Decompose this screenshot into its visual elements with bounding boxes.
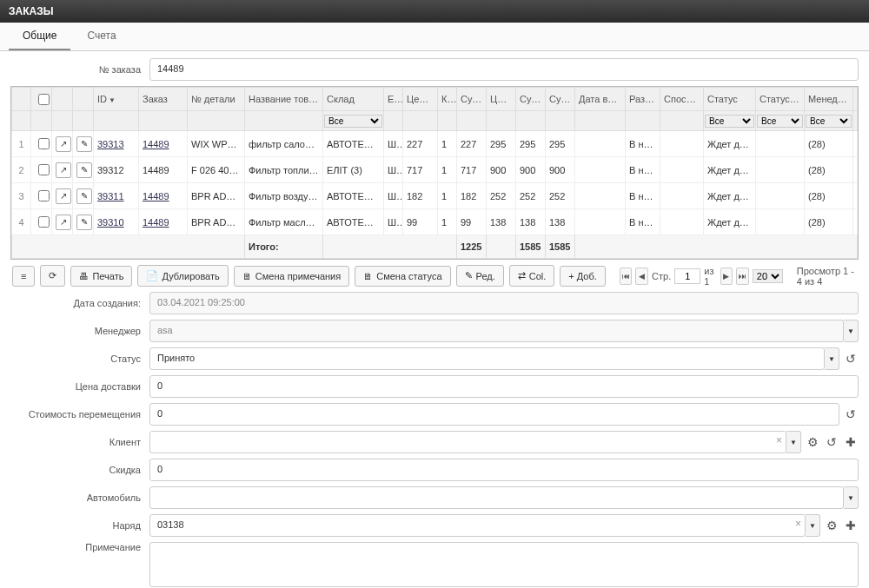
gear-icon[interactable]: ⚙ bbox=[824, 518, 839, 533]
undo-icon[interactable]: ↺ bbox=[843, 406, 859, 422]
col-id[interactable]: ID▼ bbox=[94, 88, 139, 111]
pencil-icon[interactable]: ✎ bbox=[76, 136, 92, 152]
col-pricebuy[interactable]: Цена зак bbox=[403, 88, 438, 111]
open-icon[interactable]: ↗ bbox=[56, 162, 71, 178]
select-all-checkbox[interactable] bbox=[38, 94, 50, 105]
col-name[interactable]: Название товара bbox=[245, 88, 323, 111]
col-findstatus[interactable]: Статус нахож bbox=[756, 88, 805, 111]
id-link[interactable]: 39311 bbox=[97, 191, 124, 202]
order-link[interactable]: 14489 bbox=[143, 139, 169, 149]
chevron-down-icon[interactable]: ▼ bbox=[825, 347, 839, 370]
filter-stock[interactable]: Все bbox=[324, 115, 382, 128]
open-icon[interactable]: ↗ bbox=[56, 188, 71, 204]
last-page-icon[interactable]: ⏭ bbox=[736, 268, 749, 285]
col-sum1[interactable]: Сумм bbox=[457, 88, 487, 111]
discount-input[interactable]: 0 bbox=[149, 459, 859, 481]
cell-pricebuy: 99 bbox=[403, 209, 438, 235]
row-checkbox[interactable] bbox=[38, 190, 50, 202]
col-sum2[interactable]: Сумм bbox=[516, 88, 546, 111]
row-checkbox[interactable] bbox=[38, 164, 50, 175]
col-price[interactable]: Цена bbox=[487, 88, 516, 111]
page-input[interactable] bbox=[674, 268, 700, 284]
table-row[interactable]: 1↗✎3931314489WIX WP2037фильтр салона уго… bbox=[12, 131, 858, 157]
chevron-down-icon[interactable]: ▼ bbox=[844, 320, 859, 342]
tab-general[interactable]: Общие bbox=[9, 23, 70, 50]
pencil-icon[interactable]: ✎ bbox=[76, 215, 92, 230]
col-status[interactable]: Статус bbox=[704, 88, 756, 111]
edit-button[interactable]: ✎ Ред. bbox=[456, 265, 504, 287]
add-button[interactable]: + Доб. bbox=[560, 266, 606, 287]
naryad-input[interactable]: 03138 bbox=[149, 514, 806, 537]
gear-icon[interactable]: ⚙ bbox=[805, 434, 820, 450]
per-page-select[interactable]: 20 bbox=[753, 269, 783, 283]
plus-icon[interactable]: ✚ bbox=[843, 518, 859, 533]
order-link[interactable]: 14489 bbox=[143, 191, 169, 202]
cell-qty: 1 bbox=[438, 157, 457, 183]
order-no-input[interactable]: 14489 bbox=[149, 58, 859, 81]
next-page-icon[interactable]: ▶ bbox=[720, 268, 733, 285]
undo-icon[interactable]: ↺ bbox=[824, 434, 839, 450]
chevron-down-icon[interactable]: ▼ bbox=[844, 486, 859, 509]
col-date[interactable]: Дата выполне bbox=[575, 88, 626, 111]
id-link[interactable]: 39313 bbox=[97, 139, 124, 149]
col-ship[interactable]: Способ пог bbox=[660, 88, 704, 111]
order-link[interactable]: 14489 bbox=[143, 217, 169, 228]
col-qty[interactable]: Кол bbox=[438, 88, 457, 111]
col-unit[interactable]: ЕИ bbox=[384, 88, 403, 111]
columns-button[interactable]: ⇄ Col. bbox=[509, 265, 555, 287]
cell-unit: Шт bbox=[384, 131, 403, 157]
viewing-text: Просмотр 1 - 4 из 4 bbox=[797, 266, 857, 287]
cell-price: 138 bbox=[487, 209, 516, 235]
filter-status[interactable]: Все bbox=[705, 115, 754, 128]
row-number: 4 bbox=[12, 209, 31, 235]
filter-findstatus[interactable]: Все bbox=[757, 115, 803, 128]
pencil-icon[interactable]: ✎ bbox=[76, 188, 92, 204]
pencil-icon[interactable]: ✎ bbox=[76, 162, 92, 178]
created-input: 03.04.2021 09:25:00 bbox=[149, 292, 859, 314]
car-input[interactable] bbox=[149, 486, 844, 509]
chevron-down-icon[interactable]: ▼ bbox=[786, 431, 801, 453]
prev-page-icon[interactable]: ◀ bbox=[635, 268, 648, 285]
cell-part: F 026 402 06 bbox=[188, 157, 245, 183]
filter-manager[interactable]: Все bbox=[806, 115, 852, 128]
change-status-button[interactable]: 🗎 Смена статуса bbox=[355, 266, 450, 287]
chevron-down-icon[interactable]: ▼ bbox=[806, 514, 820, 537]
status-input[interactable]: Принято bbox=[149, 347, 825, 370]
change-note-button[interactable]: 🗎 Смена примечания bbox=[234, 266, 349, 287]
col-loc[interactable]: Размещ bbox=[626, 88, 660, 111]
delivery-input[interactable]: 0 bbox=[149, 375, 859, 398]
undo-icon[interactable]: ↺ bbox=[843, 351, 859, 367]
id-link[interactable]: 39310 bbox=[97, 217, 124, 228]
table-row[interactable]: 3↗✎3931114489BPR ADR162Фильтр воздушныйА… bbox=[12, 183, 858, 209]
col-note[interactable]: Примеч bbox=[853, 88, 858, 111]
refresh-icon-button[interactable]: ⟳ bbox=[40, 265, 65, 287]
cell-qty: 1 bbox=[438, 131, 457, 157]
manager-input[interactable]: asa bbox=[149, 320, 844, 342]
col-order[interactable]: Заказ bbox=[139, 88, 188, 111]
note-textarea[interactable] bbox=[149, 542, 859, 587]
col-manager[interactable]: Менеджер bbox=[805, 88, 853, 111]
cell-name: фильтр салона угол bbox=[245, 131, 323, 157]
table-row[interactable]: 2↗✎3931214489F 026 402 06Фильтр топливны… bbox=[12, 157, 858, 183]
cell-sum3: 138 bbox=[546, 209, 575, 235]
print-button[interactable]: 🖶 Печать bbox=[70, 266, 132, 287]
col-part[interactable]: № детали bbox=[188, 88, 245, 111]
duplicate-button[interactable]: 📄 Дублировать bbox=[137, 265, 228, 287]
cell-pricebuy: 227 bbox=[403, 131, 438, 157]
clear-icon[interactable]: × bbox=[776, 434, 782, 446]
list-icon-button[interactable]: ≡ bbox=[12, 266, 35, 287]
client-input[interactable] bbox=[149, 431, 786, 453]
open-icon[interactable]: ↗ bbox=[56, 215, 71, 230]
col-sum3[interactable]: Сумм bbox=[546, 88, 575, 111]
row-checkbox[interactable] bbox=[38, 216, 50, 228]
col-stock[interactable]: Склад bbox=[323, 88, 384, 111]
plus-icon[interactable]: ✚ bbox=[843, 434, 859, 450]
tab-accounts[interactable]: Счета bbox=[74, 23, 130, 49]
table-row[interactable]: 4↗✎3931014489BPR ADN121Фильтр масляныйАВ… bbox=[12, 209, 858, 235]
clear-icon[interactable]: × bbox=[795, 518, 801, 530]
cell-pricebuy: 182 bbox=[403, 183, 438, 209]
open-icon[interactable]: ↗ bbox=[56, 136, 71, 152]
move-input[interactable]: 0 bbox=[149, 403, 839, 426]
first-page-icon[interactable]: ⏮ bbox=[620, 268, 633, 285]
row-checkbox[interactable] bbox=[38, 138, 50, 149]
